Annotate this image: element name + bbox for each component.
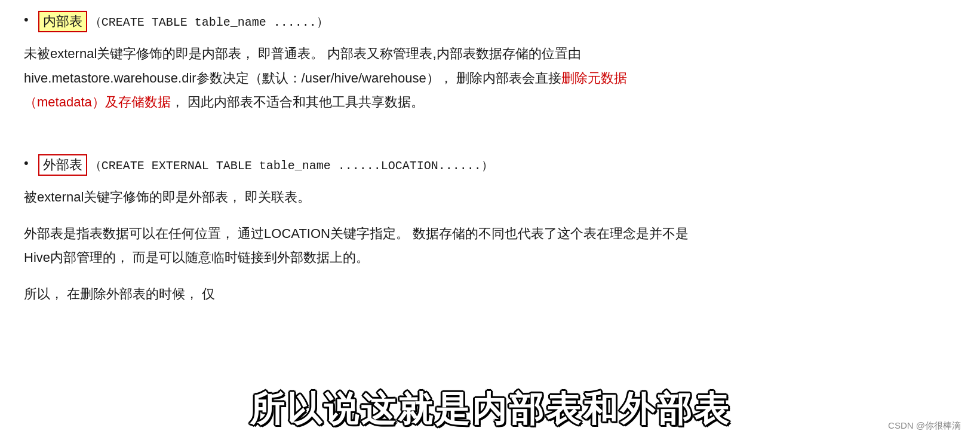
section2-desc2: 外部表是指表数据可以在任何位置， 通过LOCATION关键字指定。 数据存储的不… — [24, 222, 956, 246]
watermark: CSDN @你很棒滴 — [888, 420, 961, 432]
gap-2 — [24, 210, 956, 222]
section1-desc1: 未被external关键字修饰的即是内部表， 即普通表。 内部表又称管理表,内部… — [24, 42, 956, 66]
section2-desc3: Hive内部管理的， 而是可以随意临时链接到外部数据上的。 — [24, 246, 956, 270]
main-content: • 内部表 （CREATE TABLE table_name ......） 未… — [0, 0, 980, 307]
subtitle-text: 所以说这就是内部表和外部表 — [250, 389, 731, 428]
gap-1 — [24, 136, 956, 148]
divider-1 — [24, 115, 956, 136]
section1-desc2-red: 删除元数据 — [561, 71, 627, 85]
section2-desc: 被external关键字修饰的即是外部表， 即关联表。 外部表是指表数据可以在任… — [24, 185, 956, 307]
section2-code: （CREATE EXTERNAL TABLE table_name ......… — [90, 157, 493, 173]
gap-3 — [24, 270, 956, 282]
bullet-1: • — [24, 12, 29, 28]
section2-desc4-prefix: 所以， 在删除外部表的时候， 仅 — [24, 286, 215, 301]
section1-desc2-text: hive.metastore.warehouse.dir参数决定（默认：/use… — [24, 71, 561, 85]
section1-desc2-line: hive.metastore.warehouse.dir参数决定（默认：/use… — [24, 66, 956, 91]
section1-desc3-text: ， 因此内部表不适合和其他工具共享数据。 — [171, 94, 424, 109]
bullet-2: • — [24, 155, 29, 171]
section1-item: • 内部表 （CREATE TABLE table_name ......） — [24, 11, 956, 32]
section1-header: 内部表 （CREATE TABLE table_name ......） — [38, 11, 328, 32]
section1-title-row: 内部表 （CREATE TABLE table_name ......） — [38, 11, 328, 32]
subtitle-bar: 所以说这就是内部表和外部表 — [0, 381, 980, 440]
section1-term: 内部表 — [38, 11, 87, 32]
section1-desc3-red: （metadata）及存储数据 — [24, 94, 171, 109]
section2-desc4: 所以， 在删除外部表的时候， 仅 — [24, 282, 956, 307]
section1-desc: 未被external关键字修饰的即是内部表， 即普通表。 内部表又称管理表,内部… — [24, 42, 956, 115]
section1-code: （CREATE TABLE table_name ......） — [90, 14, 328, 30]
section2-item: • 外部表 （CREATE EXTERNAL TABLE table_name … — [24, 154, 956, 176]
section2-title-row: 外部表 （CREATE EXTERNAL TABLE table_name ..… — [38, 154, 493, 176]
section1-desc3-line: （metadata）及存储数据， 因此内部表不适合和其他工具共享数据。 — [24, 90, 956, 115]
section2-desc1: 被external关键字修饰的即是外部表， 即关联表。 — [24, 185, 956, 210]
section2-header: 外部表 （CREATE EXTERNAL TABLE table_name ..… — [38, 154, 493, 176]
section2-term: 外部表 — [38, 154, 87, 176]
watermark-text: CSDN @你很棒滴 — [888, 420, 961, 430]
